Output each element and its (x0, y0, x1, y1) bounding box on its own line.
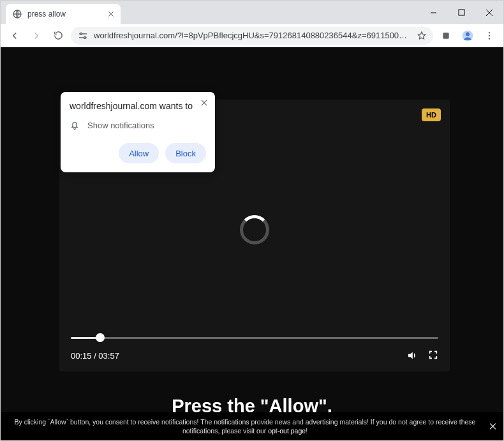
progress-knob[interactable] (96, 333, 105, 342)
extensions-icon[interactable] (437, 27, 455, 45)
bookmark-star-icon[interactable] (417, 31, 427, 41)
player-controls: 00:15 / 03:57 (71, 350, 438, 361)
progress-track (71, 337, 438, 339)
tab-strip: press allow (1, 1, 503, 24)
svg-rect-1 (459, 10, 464, 15)
loading-spinner-icon (240, 215, 269, 244)
svg-point-3 (84, 36, 86, 38)
browser-toolbar: worldfreshjournal.com/?l=8pVpPBflecjcgHU… (1, 24, 503, 47)
back-button[interactable] (6, 27, 24, 45)
window-controls (419, 1, 503, 24)
window-close-button[interactable] (475, 1, 503, 24)
tab-title: press allow (27, 10, 101, 19)
address-bar[interactable]: worldfreshjournal.com/?l=8pVpPBflecjcgHU… (71, 27, 433, 45)
permission-label: Show notifications (87, 121, 154, 130)
profile-avatar-icon[interactable] (459, 27, 477, 45)
forward-button[interactable] (27, 27, 45, 45)
allow-button[interactable]: Allow (119, 143, 159, 163)
globe-icon (12, 9, 22, 19)
svg-point-2 (80, 33, 82, 34)
consent-bar: By clicking `Allow` button, you consent … (1, 412, 503, 440)
minimize-button[interactable] (419, 1, 447, 24)
hd-badge: HD (422, 108, 441, 121)
site-settings-icon[interactable] (77, 30, 89, 41)
progress-bar[interactable] (71, 333, 438, 342)
notification-permission-prompt: worldfreshjournal.com wants to Show noti… (61, 92, 215, 172)
consent-text-before: By clicking `Allow` button, you consent … (15, 418, 476, 435)
bell-icon (70, 120, 80, 130)
consent-close-icon[interactable] (489, 422, 497, 431)
kebab-menu-icon[interactable] (480, 27, 498, 45)
time-display: 00:15 / 03:57 (71, 351, 119, 361)
consent-text-after: ! (306, 427, 308, 435)
svg-point-6 (466, 32, 470, 36)
browser-window: press allow worldfreshjournal.com/?l=8pV… (0, 0, 504, 441)
volume-icon[interactable] (406, 350, 418, 361)
prompt-close-icon[interactable] (200, 98, 209, 107)
block-button[interactable]: Block (165, 143, 206, 163)
maximize-button[interactable] (447, 1, 475, 24)
opt-out-link[interactable]: opt-out page (268, 427, 306, 435)
svg-point-8 (489, 34, 490, 36)
svg-rect-4 (443, 33, 448, 38)
browser-tab[interactable]: press allow (6, 4, 121, 24)
tab-close-icon[interactable] (107, 10, 115, 19)
svg-point-9 (489, 38, 490, 39)
svg-point-7 (489, 32, 490, 33)
url-text: worldfreshjournal.com/?l=8pVpPBflecjcgHU… (94, 31, 411, 40)
prompt-origin: worldfreshjournal.com wants to (70, 101, 206, 111)
fullscreen-icon[interactable] (428, 350, 438, 361)
reload-button[interactable] (49, 27, 67, 45)
page-content: HD 00:15 / 03:57 Press the "Allow", butt… (1, 47, 503, 440)
